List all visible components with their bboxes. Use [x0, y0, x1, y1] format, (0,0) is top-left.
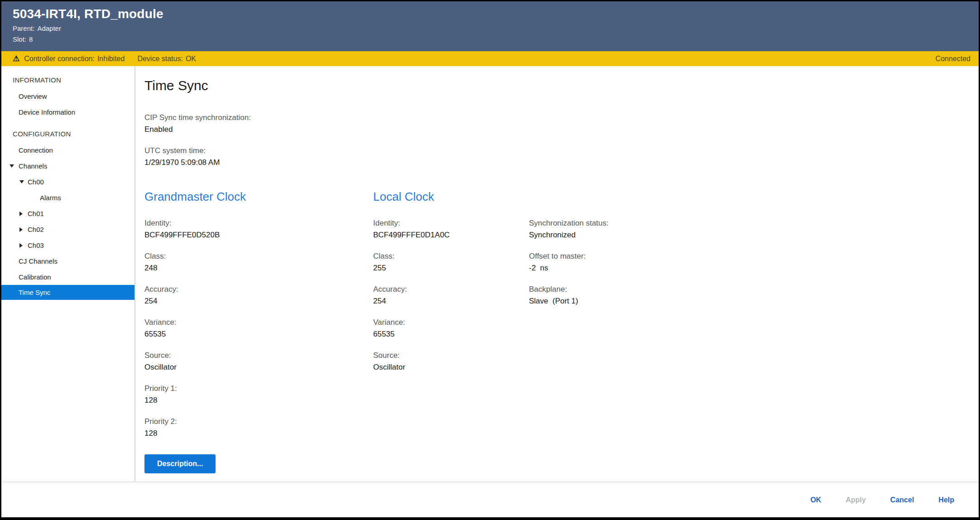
sidebar-item-device-information[interactable]: Device Information	[1, 104, 135, 120]
sidebar-item-alarms[interactable]: Alarms	[1, 190, 135, 206]
slot-line: Slot:8	[13, 35, 979, 43]
chevron-down-icon[interactable]	[10, 164, 14, 168]
page-title: Time Sync	[144, 78, 979, 93]
status-bar: ⚠ Controller connection:Inhibited Device…	[1, 51, 979, 66]
footer-bar: OK Apply Cancel Help	[1, 481, 979, 517]
gm-priority2-field: Priority 2: 128	[144, 415, 373, 439]
field-label: CIP Sync time synchronization:	[144, 111, 979, 124]
gm-variance-field: Variance: 65535	[144, 316, 373, 340]
ok-button[interactable]: OK	[801, 491, 830, 509]
local-clock-section: Local Clock Identity: BCF499FFFE0D1A0C C…	[373, 189, 529, 473]
local-identity-field: Identity: BCF499FFFE0D1A0C	[373, 217, 529, 241]
gm-priority1-field: Priority 1: 128	[144, 382, 373, 406]
sidebar-item-ch03[interactable]: Ch03	[1, 237, 135, 253]
page-header-title: 5034-IRT4I, RTD_module	[13, 7, 979, 21]
parent-value: Adapter	[37, 24, 61, 32]
device-properties-window: 5034-IRT4I, RTD_module Parent:Adapter Sl…	[0, 0, 980, 520]
local-variance-field: Variance: 65535	[373, 316, 529, 340]
grandmaster-clock-heading: Grandmaster Clock	[144, 189, 373, 204]
cip-sync-field: CIP Sync time synchronization: Enabled	[144, 111, 979, 135]
chevron-right-icon[interactable]	[19, 212, 23, 216]
sidebar-item-ch02[interactable]: Ch02	[1, 221, 135, 237]
local-source-field: Source: Oscillator	[373, 349, 529, 373]
sidebar-item-calibration[interactable]: Calibration	[1, 269, 135, 285]
chevron-right-icon[interactable]	[19, 243, 23, 248]
local-class-field: Class: 255	[373, 250, 529, 274]
sidebar-item-connection[interactable]: Connection	[1, 142, 135, 158]
grandmaster-clock-section: Grandmaster Clock Identity: BCF499FFFE0D…	[144, 189, 373, 473]
device-status: Device status:OK	[137, 55, 196, 63]
help-button[interactable]: Help	[929, 491, 963, 509]
cancel-button[interactable]: Cancel	[881, 491, 923, 509]
main-content: Time Sync CIP Sync time synchronization:…	[135, 66, 979, 481]
sync-status-section: Synchronization status: Synchronized Off…	[529, 189, 979, 473]
titlebar: 5034-IRT4I, RTD_module Parent:Adapter Sl…	[1, 1, 979, 51]
sidebar-header-information: INFORMATION	[1, 72, 135, 88]
sidebar: INFORMATION Overview Device Information …	[1, 66, 135, 481]
apply-button[interactable]: Apply	[836, 491, 874, 509]
sidebar-item-channels[interactable]: Channels	[1, 158, 135, 174]
description-button[interactable]: Description...	[144, 454, 216, 473]
gm-source-field: Source: Oscillator	[144, 349, 373, 373]
field-value: Enabled	[144, 124, 979, 135]
sidebar-item-time-sync[interactable]: Time Sync	[1, 285, 135, 300]
chevron-right-icon[interactable]	[19, 227, 23, 232]
clock-columns: Grandmaster Clock Identity: BCF499FFFE0D…	[144, 189, 979, 473]
parent-label: Parent:	[13, 24, 34, 32]
local-accuracy-field: Accuracy: 254	[373, 283, 529, 307]
offset-to-master-field: Offset to master: -2 ns	[529, 250, 979, 274]
body-row: INFORMATION Overview Device Information …	[1, 66, 979, 481]
sync-status-field: Synchronization status: Synchronized	[529, 217, 979, 241]
sidebar-item-ch00[interactable]: Ch00	[1, 174, 135, 190]
utc-time-field: UTC system time: 1/29/1970 5:09:08 AM	[144, 144, 979, 168]
sidebar-item-overview[interactable]: Overview	[1, 88, 135, 104]
gm-class-field: Class: 248	[144, 250, 373, 274]
slot-value: 8	[29, 35, 33, 43]
slot-label: Slot:	[13, 35, 26, 43]
chevron-down-icon[interactable]	[19, 180, 24, 183]
field-value: 1/29/1970 5:09:08 AM	[144, 157, 979, 168]
local-clock-heading: Local Clock	[373, 189, 529, 204]
sidebar-header-configuration: CONFIGURATION	[1, 126, 135, 142]
backplane-field: Backplane: Slave (Port 1)	[529, 283, 979, 307]
gm-accuracy-field: Accuracy: 254	[144, 283, 373, 307]
connection-state: Connected	[936, 55, 970, 63]
field-label: UTC system time:	[144, 144, 979, 157]
sidebar-item-ch01[interactable]: Ch01	[1, 206, 135, 221]
gm-identity-field: Identity: BCF499FFFE0D520B	[144, 217, 373, 241]
parent-line: Parent:Adapter	[13, 24, 979, 32]
controller-connection-status: Controller connection:Inhibited	[24, 55, 125, 63]
warning-triangle-icon: ⚠	[13, 54, 19, 63]
sidebar-item-cj-channels[interactable]: CJ Channels	[1, 253, 135, 269]
